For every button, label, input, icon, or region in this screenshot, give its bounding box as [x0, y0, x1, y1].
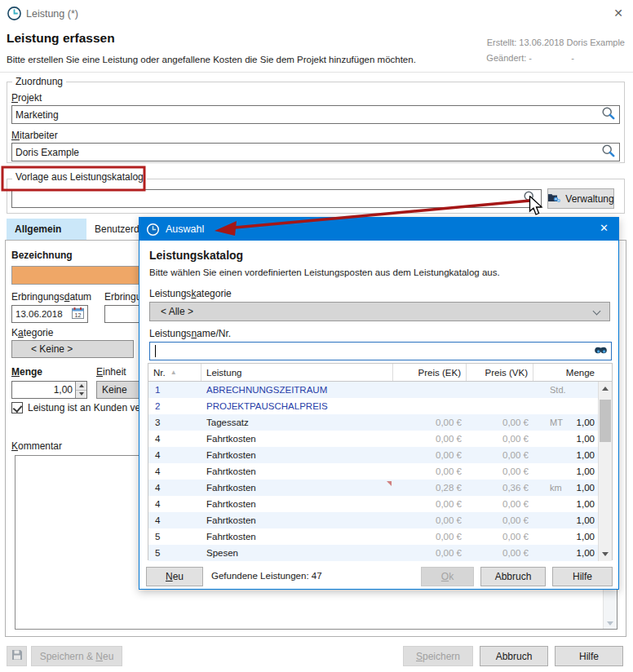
vorlage-legend: Vorlage aus Leistungskatalog [12, 171, 147, 183]
table-scrollbar[interactable] [598, 382, 612, 561]
auswahl-dialog: Auswahl ✕ Leistungskatalog Bitte wählen … [139, 217, 619, 590]
menge-spinner [75, 382, 86, 398]
cell-vk [467, 398, 533, 414]
cell-name: Fahrtkosten [201, 463, 393, 480]
cell-nr: 4 [148, 512, 201, 528]
cell-qty: 1,00 [573, 480, 600, 496]
cell-ek [393, 382, 467, 398]
close-icon[interactable]: ✕ [600, 222, 609, 234]
cell-qty: 1,00 [573, 496, 600, 512]
auswahl-titlebar: Auswahl ✕ [139, 218, 618, 241]
page-intro: Bitte erstellen Sie eine Leistung oder a… [7, 55, 416, 64]
vorlage-input[interactable] [11, 189, 542, 208]
cell-ek: 0,00 € [393, 512, 467, 528]
cell-unit: km [533, 480, 573, 496]
projekt-input[interactable]: Marketing [11, 105, 620, 124]
cell-unit: Std. [533, 382, 573, 398]
cell-name: Fahrtkosten [201, 512, 393, 528]
column-header-leistung[interactable]: Leistung [201, 364, 393, 381]
catalog-row[interactable]: 3Tagessatz0,00 €0,00 €MT1,00 [148, 414, 600, 431]
catalog-row[interactable]: 5Spesen0,00 €0,00 €1,00 [148, 545, 600, 561]
scroll-down-icon[interactable] [607, 621, 613, 626]
erbringungsdatum-input[interactable]: 13.06.2018 12 [11, 305, 88, 323]
cell-qty: 1,00 [573, 545, 600, 561]
einheit-label: Einheit [96, 366, 126, 378]
result-count: Gefundene Leistungen: 47 [211, 571, 322, 581]
cell-unit [533, 463, 573, 480]
scroll-up-icon[interactable] [599, 382, 612, 396]
ok-button[interactable]: Ok [421, 567, 474, 586]
clock-icon [7, 6, 22, 24]
search-icon[interactable] [601, 106, 616, 123]
cell-ek: 0,00 € [393, 414, 467, 431]
cell-name: PROJEKTPAUSCHALPREIS [201, 398, 393, 414]
leistungskategorie-select[interactable]: < Alle > [149, 302, 610, 321]
cell-name: Spesen [201, 545, 393, 561]
cell-vk: 0,00 € [467, 528, 533, 545]
mitarbeiter-input[interactable]: Doris Example [11, 143, 620, 161]
cell-ek [393, 398, 467, 414]
search-icon[interactable] [601, 144, 616, 161]
catalog-row[interactable]: 4Fahrtkosten0,00 €0,00 €1,00 [148, 447, 600, 463]
kommentar-label: Kommentar [11, 440, 62, 452]
column-header-preis-vk[interactable]: Preis (VK) [467, 364, 533, 381]
scroll-down-icon[interactable] [599, 547, 612, 561]
catalog-row[interactable]: 4Fahrtkosten0,28 €0,36 €km1,00 [148, 480, 600, 496]
catalog-row[interactable]: 4Fahrtkosten0,00 €0,00 €1,00 [148, 512, 600, 528]
cell-nr: 4 [148, 463, 201, 480]
kategorie-select[interactable]: < Keine > [11, 340, 134, 358]
bezeichnung-label: Bezeichnung [11, 250, 73, 261]
catalog-row[interactable]: 4Fahrtkosten0,00 €0,00 €1,00 [148, 431, 600, 447]
kunden-checkbox-row[interactable]: Leistung ist an Kunden ve [11, 402, 140, 413]
column-header-preis-ek[interactable]: Preis (EK) [393, 364, 467, 381]
menge-stepper[interactable]: 1,00 [11, 381, 87, 399]
cell-qty [573, 398, 600, 414]
tab-allgemein[interactable]: Allgemein [7, 219, 86, 240]
catalog-row[interactable]: 4Fahrtkosten0,00 €0,00 €1,00 [148, 496, 600, 512]
catalog-row[interactable]: 1ABRECHNUNGSZEITRAUMStd. [148, 382, 600, 398]
cell-nr: 5 [148, 528, 201, 545]
search-icon[interactable] [523, 190, 538, 207]
window-title: Leistung (*) [26, 8, 78, 20]
cell-ek: 0,00 € [393, 545, 467, 561]
cell-ek: 0,00 € [393, 496, 467, 512]
folder-gear-icon [547, 192, 560, 206]
cell-nr: 4 [148, 496, 201, 512]
erbringungsdatum-label: Erbringungsdatum [11, 291, 91, 303]
abbruch-button[interactable]: Abbruch [480, 567, 546, 586]
header-divider [0, 72, 633, 73]
speichern-neu-button[interactable]: Speichern & Neu [31, 646, 122, 666]
verwaltung-button[interactable]: Verwaltung [547, 188, 614, 209]
close-icon[interactable]: ✕ [613, 7, 623, 20]
scrollbar-thumb[interactable] [600, 400, 611, 442]
speichern-button[interactable]: Speichern [403, 646, 473, 666]
menge-label: Menge [11, 366, 42, 378]
cell-qty: 1,00 [573, 512, 600, 528]
page-title: Leistung erfassen [7, 31, 115, 46]
kategorie-label: Kategorie [11, 327, 53, 338]
note-marker-icon [387, 481, 392, 486]
catalog-row[interactable]: 4Fahrtkosten0,00 €0,00 €1,00 [148, 463, 600, 480]
cell-vk: 0,36 € [467, 480, 533, 496]
katalog-intro: Bitte wählen Sie einen vordefinierten Le… [149, 267, 500, 277]
hilfe-button[interactable]: Hilfe [552, 567, 613, 586]
checkbox-checked-icon[interactable] [11, 402, 23, 413]
save-icon-button[interactable] [7, 646, 27, 666]
cell-nr: 2 [148, 398, 201, 414]
spin-down-icon[interactable] [76, 390, 86, 399]
leistungsname-search-input[interactable] [149, 342, 612, 360]
column-header-menge[interactable]: Menge [533, 364, 600, 381]
cell-name: ABRECHNUNGSZEITRAUM [201, 382, 393, 398]
calendar-icon[interactable]: 12 [72, 307, 84, 321]
cell-unit: MT [533, 414, 573, 431]
catalog-row[interactable]: 2PROJEKTPAUSCHALPREIS [148, 398, 600, 414]
spin-up-icon[interactable] [76, 382, 86, 390]
cell-unit [533, 431, 573, 447]
modified-value: - [571, 53, 574, 63]
cell-vk: 0,00 € [467, 496, 533, 512]
hilfe-button[interactable]: Hilfe [555, 646, 623, 666]
column-header-nr[interactable]: Nr.▲ [148, 364, 201, 381]
neu-button[interactable]: Neu [146, 567, 203, 586]
abbruch-button[interactable]: Abbruch [480, 646, 548, 666]
catalog-row[interactable]: 5Fahrtkosten0,00 €0,00 €1,00 [148, 528, 600, 545]
